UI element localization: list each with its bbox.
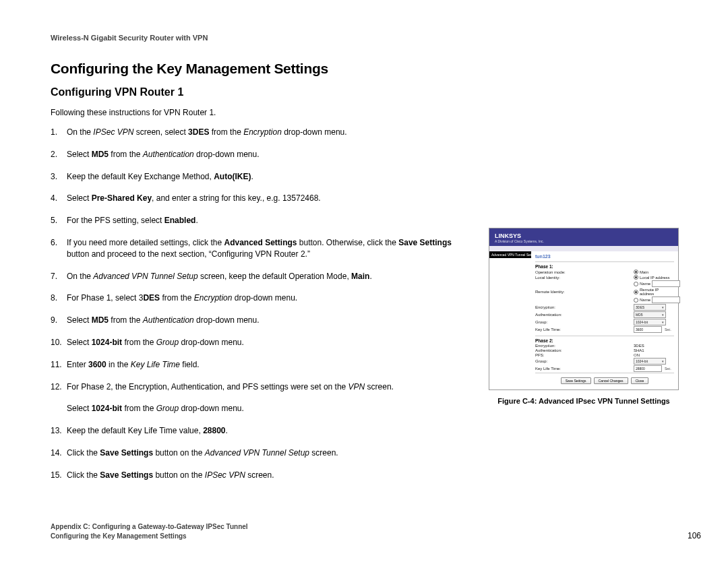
step-7: On the Advanced VPN Tunnel Setup screen,… <box>51 271 468 282</box>
row-pfs: PFS: ON <box>535 353 674 357</box>
input: 3600 <box>634 326 662 333</box>
page-number: 106 <box>688 531 701 540</box>
document-page: Wireless-N Gigabit Security Router with … <box>0 0 728 562</box>
row-enc-2: Encryption: 3DES <box>535 344 674 348</box>
step-3: Keep the default Key Exchange Method, Au… <box>51 171 468 183</box>
txt: Click the <box>67 448 100 458</box>
select: 1024-bit <box>634 319 666 325</box>
val: Remote IP address <box>640 288 674 296</box>
txt: Main <box>351 272 369 281</box>
txt: drop-down menu. <box>194 315 260 325</box>
txt: Select <box>67 404 92 413</box>
radio-icon <box>634 282 638 286</box>
txt: Encryption <box>243 127 282 137</box>
lab: Operation mode: <box>535 270 634 274</box>
radio-icon <box>634 290 638 294</box>
lab: Authentication: <box>535 348 634 352</box>
step-4: Select Pre-Shared Key, and enter a strin… <box>51 193 468 204</box>
txt: Group <box>156 338 179 347</box>
figure-left-col: Advanced VPN Tunnel Setup <box>489 251 531 389</box>
txt: from the <box>209 127 243 137</box>
step-6: If you need more detailed settings, clic… <box>51 237 468 260</box>
txt: drop-down menu. <box>179 404 244 413</box>
txt: 1024-bit <box>92 404 122 413</box>
txt: screen. <box>309 448 338 458</box>
section-title: Configuring VPN Router 1 <box>51 86 701 98</box>
row-auth-1: Authentication: MD5 <box>535 311 674 318</box>
txt: For Phase 1, select 3 <box>67 293 143 303</box>
row-klt-1: Key Life Time: 3600Sec. <box>535 326 674 333</box>
row-op-mode: Operation mode: Main <box>535 270 674 274</box>
txt: drop-down menu. <box>194 150 260 159</box>
figure-column: LINKSYS A Division of Cisco Systems, Inc… <box>489 228 679 405</box>
phase1-heading: Phase 1: <box>535 261 674 269</box>
txt: button and proceed to the next section, … <box>67 249 310 259</box>
document-header: Wireless-N Gigabit Security Router with … <box>51 34 701 42</box>
val: Name <box>640 282 650 286</box>
lab: Encryption: <box>535 305 634 309</box>
txt: from the <box>160 293 194 303</box>
val: SHA1 <box>634 348 644 352</box>
step-5: For the PFS setting, select Enabled. <box>51 215 468 226</box>
txt: On the <box>67 272 93 281</box>
txt: Save Settings <box>100 448 153 458</box>
radio-icon <box>634 270 638 274</box>
step-8: For Phase 1, select 3DES from the Encryp… <box>51 292 468 304</box>
unit: Sec. <box>665 367 671 371</box>
txt: Enabled <box>164 216 196 225</box>
txt: On the <box>67 127 93 137</box>
select: 3DES <box>634 304 666 311</box>
txt: from the <box>122 404 156 413</box>
row-group-2: Group: 1024-bit <box>535 358 674 365</box>
txt: DES <box>143 293 160 303</box>
txt: Keep the default Key Exchange Method, <box>67 172 214 181</box>
txt: from the <box>122 338 156 347</box>
step-10: Select 1024-bit from the Group drop-down… <box>51 337 468 348</box>
brand-sub: A Division of Cisco Systems, Inc. <box>495 239 673 243</box>
fig-close-button: Close <box>631 377 649 384</box>
step-11: Enter 3600 in the Key Life Time field. <box>51 359 468 371</box>
txt: drop-down menu. <box>282 127 347 137</box>
figure-caption: Figure C-4: Advanced IPsec VPN Tunnel Se… <box>489 397 679 405</box>
txt: Select <box>67 193 92 203</box>
lab: Key Life Time: <box>535 367 634 371</box>
figure-right-col: tun123 Phase 1: Operation mode: Main Loc… <box>531 251 678 389</box>
tunnel-id: tun123 <box>535 254 674 259</box>
radio-icon <box>634 275 638 280</box>
txt: in the <box>107 360 131 369</box>
figure-left-tab: Advanced VPN Tunnel Setup <box>489 251 531 258</box>
txt: Pre-Shared Key <box>92 193 152 203</box>
step-13: Keep the default Key Life Time value, 28… <box>51 425 468 437</box>
txt: . <box>369 272 371 281</box>
txt: from the <box>109 315 143 325</box>
txt: drop-down menu. <box>232 293 297 303</box>
lab: Key Life Time: <box>535 327 634 332</box>
steps-list: On the IPSec VPN screen, select 3DES fro… <box>51 127 468 481</box>
txt: Keep the default Key Life Time value, <box>67 426 203 435</box>
footer-line-1: Appendix C: Configuring a Gateway-to-Gat… <box>51 522 248 532</box>
select: 1024-bit <box>634 358 666 365</box>
unit: Sec. <box>665 327 671 332</box>
row-remote-id-name: Name <box>535 296 674 303</box>
lab: Remote Identity: <box>535 290 634 294</box>
phase2-heading: Phase 2: <box>535 336 674 343</box>
txt: Key Life Time <box>131 360 180 369</box>
footer-line-2: Configuring the Key Management Settings <box>51 532 248 541</box>
radio-icon <box>634 298 638 303</box>
txt: Auto(IKE) <box>214 172 251 181</box>
page-footer: Appendix C: Configuring a Gateway-to-Gat… <box>51 522 701 540</box>
val: 3DES <box>634 344 644 348</box>
txt: Select <box>67 338 92 347</box>
figure-nav <box>489 246 678 251</box>
txt: drop-down menu. <box>179 338 244 347</box>
step-9: Select MD5 from the Authentication drop-… <box>51 315 468 326</box>
text-column: On the IPSec VPN screen, select 3DES fro… <box>51 127 468 492</box>
txt: . <box>195 216 198 225</box>
name-input <box>652 280 680 287</box>
txt: Save Settings <box>398 238 452 247</box>
txt: Advanced Settings <box>224 238 297 247</box>
txt: from the <box>109 150 143 159</box>
lab: Authentication: <box>535 313 634 317</box>
txt: For the PFS setting, select <box>67 216 164 225</box>
txt: Authentication <box>143 315 194 325</box>
